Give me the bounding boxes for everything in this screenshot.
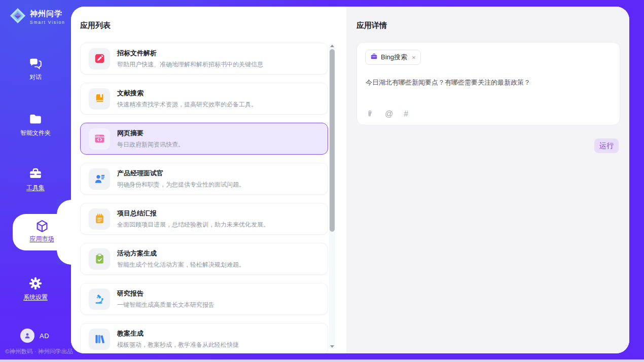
app-title: 产品经理面试官	[117, 169, 245, 178]
briefcase-icon	[370, 53, 378, 62]
sidebar-item-label: 智能文件夹	[0, 129, 71, 137]
active-tab-top-curve	[57, 200, 71, 214]
app-card[interactable]: 产品经理面试官明确身份和职责，为您提供专业性的面试问题。	[80, 163, 328, 195]
cube-icon	[13, 214, 71, 234]
app-desc: 智能生成个性化活动方案，轻松解决规划难题。	[117, 261, 245, 269]
app-desc: 帮助用户快速、准确地理解和解析招标书中的关键信息	[117, 60, 263, 69]
app-title: 招标文件解析	[117, 49, 263, 58]
app-desc: 每日政府新闻资讯快查。	[117, 140, 184, 149]
app-card[interactable]: 教案生成模板驱动，教案秒成，教学准备从此轻松快捷	[80, 323, 328, 353]
user-row: AD	[0, 329, 71, 344]
user-initials: AD	[40, 332, 49, 340]
brand-tagline: Smart Vision	[30, 20, 65, 25]
sidebar-item-label: 工具集	[0, 184, 71, 192]
sidebar-item-app-market[interactable]: 应用市场	[13, 214, 71, 250]
brand-diamond-icon	[9, 7, 26, 26]
at-icon[interactable]: @	[385, 110, 393, 118]
app-title: 项目总结汇报	[117, 209, 269, 218]
app-desc: 全面回顾项目进展，总结经验教训，助力未来优化发展。	[117, 221, 269, 229]
scroll-up-icon[interactable]	[330, 45, 334, 47]
app-detail-panel: 应用详情 Bing搜索 × 今日湖北有哪些新闻要点？有哪些需要关注的最新政策？ …	[346, 7, 629, 353]
run-button[interactable]: 运行	[594, 138, 619, 153]
app-title: 文献搜索	[117, 89, 257, 98]
book-icon	[89, 88, 110, 110]
interviewer-icon	[89, 168, 110, 190]
app-card[interactable]: 研究报告一键智能生成高质量长文本研究报告	[80, 283, 328, 315]
notepad-icon	[89, 208, 110, 230]
app-desc: 模板驱动，教案秒成，教学准备从此轻松快捷	[117, 341, 239, 349]
app-title: 网页摘要	[117, 129, 184, 138]
chat-icon	[0, 56, 71, 71]
toolbox-icon	[0, 166, 71, 182]
app-title: 研究报告	[117, 289, 214, 298]
app-list-title: 应用列表	[80, 21, 111, 30]
app-desc: 明确身份和职责，为您提供专业性的面试问题。	[117, 180, 245, 189]
paperclip-icon[interactable]	[366, 110, 374, 118]
pen-square-icon	[89, 48, 110, 69]
sidebar-item-settings[interactable]: 系统设置	[0, 276, 71, 302]
scrollbar[interactable]	[329, 43, 335, 349]
app-card-list: 招标文件解析帮助用户快速、准确地理解和解析招标书中的关键信息文献搜索快速精准查找…	[80, 43, 328, 353]
sidebar-item-smart-folders[interactable]: 智能文件夹	[0, 112, 71, 137]
close-icon[interactable]: ×	[412, 54, 416, 61]
gear-icon	[0, 276, 71, 291]
app-card[interactable]: 活动方案生成智能生成个性化活动方案，轻松解决规划难题。	[80, 243, 328, 275]
app-title: 活动方案生成	[117, 249, 245, 258]
brand-logo: 神州问学 Smart Vision	[9, 7, 65, 26]
app-list-panel: 应用列表 招标文件解析帮助用户快速、准确地理解和解析招标书中的关键信息文献搜索快…	[71, 7, 346, 353]
sidebar: 神州问学 Smart Vision 对话 智能文件夹	[0, 0, 71, 359]
main-panel: 应用列表 招标文件解析帮助用户快速、准确地理解和解析招标书中的关键信息文献搜索快…	[71, 7, 629, 353]
app-desc: 快速精准查找学术资源，提高研究效率的必备工具。	[117, 100, 257, 109]
sidebar-item-label: 对话	[0, 73, 71, 82]
query-card: Bing搜索 × 今日湖北有哪些新闻要点？有哪些需要关注的最新政策？ @#	[356, 42, 620, 125]
app-card[interactable]: 文献搜索快速精准查找学术资源，提高研究效率的必备工具。	[80, 83, 328, 115]
app-card[interactable]: 项目总结汇报全面回顾项目进展，总结经验教训，助力未来优化发展。	[80, 203, 328, 235]
sidebar-item-toolset[interactable]: 工具集	[0, 166, 71, 192]
tool-tag-bing-search[interactable]: Bing搜索 ×	[365, 50, 421, 65]
app-title: 教案生成	[117, 329, 239, 338]
person-icon	[23, 331, 32, 340]
app-detail-title: 应用详情	[356, 21, 387, 30]
books-icon	[89, 329, 110, 350]
sidebar-item-label: 应用市场	[13, 235, 71, 243]
scrollbar-thumb[interactable]	[330, 49, 335, 232]
folder-icon	[0, 112, 71, 127]
avatar[interactable]	[20, 329, 34, 343]
attachment-toolbar: @#	[366, 110, 408, 118]
bottom-edge-strip	[0, 359, 644, 362]
tool-tag-label: Bing搜索	[381, 53, 407, 62]
microscope-icon	[89, 288, 110, 310]
sidebar-item-label: 系统设置	[0, 293, 71, 302]
hash-icon[interactable]: #	[404, 110, 408, 118]
copyright-footer: ©神州数码 · 神州问学出品	[5, 348, 73, 355]
app-desc: 一键智能生成高质量长文本研究报告	[117, 301, 214, 309]
clipboard-check-icon	[89, 248, 110, 270]
brand-name: 神州问学	[30, 9, 65, 19]
query-text[interactable]: 今日湖北有哪些新闻要点？有哪些需要关注的最新政策？	[366, 78, 613, 88]
app-card[interactable]: 招标文件解析帮助用户快速、准确地理解和解析招标书中的关键信息	[80, 43, 328, 75]
sidebar-item-chat[interactable]: 对话	[0, 56, 71, 82]
active-tab-bottom-curve	[57, 250, 71, 265]
scroll-down-icon[interactable]	[330, 345, 334, 348]
browser-code-icon	[89, 128, 110, 150]
app-card[interactable]: 网页摘要每日政府新闻资讯快查。	[80, 123, 328, 155]
